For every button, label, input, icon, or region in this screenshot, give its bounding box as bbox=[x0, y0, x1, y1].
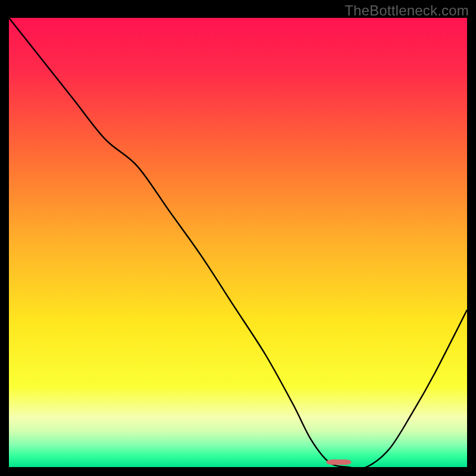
gradient-background bbox=[9, 18, 467, 467]
bottleneck-chart bbox=[9, 18, 467, 467]
chart-frame bbox=[9, 18, 467, 467]
optimal-marker bbox=[326, 459, 351, 465]
watermark-text: TheBottleneck.com bbox=[345, 2, 469, 19]
